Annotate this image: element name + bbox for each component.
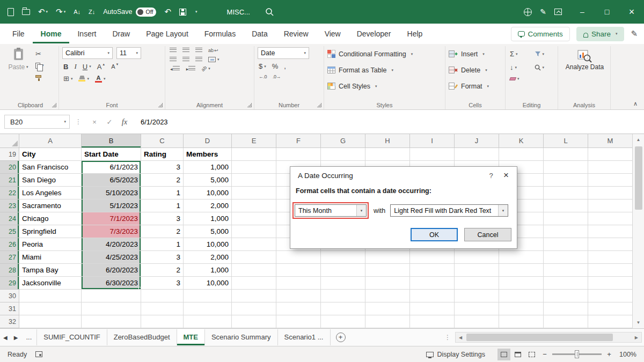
cell-C20[interactable]: 3 bbox=[141, 161, 184, 174]
select-all-corner[interactable] bbox=[0, 134, 19, 148]
cell-C21[interactable]: 2 bbox=[141, 174, 184, 187]
row-header-22[interactable]: 22 bbox=[0, 187, 19, 200]
cell-H30[interactable] bbox=[365, 290, 410, 302]
align-middle-button[interactable] bbox=[181, 47, 191, 54]
cell-B32[interactable] bbox=[82, 315, 141, 328]
cell-E23[interactable] bbox=[232, 200, 276, 212]
tab-page-layout[interactable]: Page Layout bbox=[138, 25, 196, 43]
cell-B28[interactable]: 6/20/2023 bbox=[82, 264, 141, 277]
clear-button[interactable]: ▾ bbox=[509, 76, 531, 82]
cancel-button[interactable]: Cancel bbox=[464, 228, 511, 241]
tab-home[interactable]: Home bbox=[33, 25, 70, 43]
globe-icon[interactable] bbox=[524, 8, 532, 16]
cell-E30[interactable] bbox=[232, 290, 276, 302]
cell-I19[interactable] bbox=[410, 148, 455, 161]
cell-J32[interactable] bbox=[455, 315, 499, 328]
vertical-scrollbar[interactable]: ▲ ▼ bbox=[632, 134, 644, 328]
cell-M24[interactable] bbox=[588, 212, 633, 225]
vertical-scroll-thumb[interactable] bbox=[635, 146, 642, 210]
cell-K29[interactable] bbox=[499, 277, 544, 290]
sheet-nav-left-icon[interactable]: ◀ bbox=[0, 335, 11, 341]
cut-button[interactable]: ✂ bbox=[35, 49, 44, 58]
row-header-31[interactable]: 31 bbox=[0, 302, 19, 315]
format-cells-button[interactable]: Format▾ bbox=[449, 79, 503, 93]
cell-F31[interactable] bbox=[276, 302, 321, 315]
horizontal-scroll-thumb[interactable] bbox=[466, 334, 613, 341]
autosave-toggle[interactable]: AutoSave Off bbox=[103, 8, 156, 17]
tab-split-handle[interactable]: ⋮ bbox=[444, 334, 451, 341]
namebox-resize-handle[interactable]: ⋮ bbox=[75, 118, 82, 125]
cell-H27[interactable] bbox=[365, 251, 410, 264]
column-header-B[interactable]: B bbox=[82, 134, 141, 148]
cell-M26[interactable] bbox=[588, 238, 633, 251]
formula-bar-input[interactable]: 6/1/2023 bbox=[141, 118, 168, 126]
column-header-C[interactable]: C bbox=[141, 134, 184, 148]
alignment-dialog-launcher-icon[interactable] bbox=[247, 103, 252, 107]
cell-L20[interactable] bbox=[544, 161, 588, 174]
cell-J19[interactable] bbox=[455, 148, 499, 161]
row-header-27[interactable]: 27 bbox=[0, 251, 19, 264]
zoom-slider[interactable] bbox=[552, 353, 602, 355]
cell-B25[interactable]: 7/3/2023 bbox=[82, 225, 141, 238]
column-header-G[interactable]: G bbox=[321, 134, 365, 148]
tab-insert[interactable]: Insert bbox=[69, 25, 104, 43]
row-header-25[interactable]: 25 bbox=[0, 225, 19, 238]
cell-C27[interactable]: 3 bbox=[141, 251, 184, 264]
cell-A20[interactable]: San Francisco bbox=[19, 161, 82, 174]
tab-file[interactable]: File bbox=[4, 25, 33, 43]
tab-formulas[interactable]: Formulas bbox=[196, 25, 244, 43]
cell-I27[interactable] bbox=[410, 251, 455, 264]
insert-function-button[interactable]: fx bbox=[117, 117, 132, 127]
cell-B29[interactable]: 6/30/2023 bbox=[82, 277, 141, 290]
cell-L27[interactable] bbox=[544, 251, 588, 264]
cell-M29[interactable] bbox=[588, 277, 633, 290]
column-header-D[interactable]: D bbox=[184, 134, 232, 148]
cell-K19[interactable] bbox=[499, 148, 544, 161]
cell-L24[interactable] bbox=[544, 212, 588, 225]
open-icon[interactable] bbox=[22, 9, 30, 15]
align-bottom-button[interactable] bbox=[194, 47, 203, 54]
share-button[interactable]: Share▾ bbox=[576, 27, 625, 41]
scroll-up-icon[interactable]: ▲ bbox=[636, 134, 641, 145]
tab-draw[interactable]: Draw bbox=[104, 25, 138, 43]
cell-D20[interactable]: 1,000 bbox=[184, 161, 232, 174]
cell-D25[interactable]: 5,000 bbox=[184, 225, 232, 238]
enter-entry-button[interactable]: ✓ bbox=[102, 118, 117, 126]
collapse-ribbon-icon[interactable]: ∧ bbox=[633, 100, 638, 107]
cell-K31[interactable] bbox=[499, 302, 544, 315]
cell-A28[interactable]: Tampa Bay bbox=[19, 264, 82, 277]
cell-B19[interactable]: Start Date bbox=[82, 148, 141, 161]
increase-decimal-button[interactable]: ←.0 bbox=[258, 73, 268, 80]
cell-J30[interactable] bbox=[455, 290, 499, 302]
cell-A23[interactable]: Sacramento bbox=[19, 200, 82, 212]
cell-F30[interactable] bbox=[276, 290, 321, 302]
cell-M25[interactable] bbox=[588, 225, 633, 238]
wrap-text-button[interactable]: ab↩ bbox=[207, 47, 219, 54]
cell-B26[interactable]: 4/20/2023 bbox=[82, 238, 141, 251]
cell-B20[interactable]: 6/1/2023 bbox=[82, 161, 141, 174]
cell-D31[interactable] bbox=[184, 302, 232, 315]
cell-C26[interactable]: 1 bbox=[141, 238, 184, 251]
increase-font-button[interactable]: A▲ bbox=[96, 62, 107, 71]
cell-F27[interactable] bbox=[276, 251, 321, 264]
cell-M27[interactable] bbox=[588, 251, 633, 264]
borders-button[interactable]: ⊞▾ bbox=[62, 74, 74, 83]
cell-M30[interactable] bbox=[588, 290, 633, 302]
format-painter-button[interactable] bbox=[35, 73, 44, 82]
cell-styles-button[interactable]: Cell Styles▾ bbox=[327, 79, 443, 93]
cell-H32[interactable] bbox=[365, 315, 410, 328]
draw-pen-icon[interactable]: ✎ bbox=[540, 8, 546, 16]
cell-M22[interactable] bbox=[588, 187, 633, 200]
cell-L29[interactable] bbox=[544, 277, 588, 290]
conditional-formatting-button[interactable]: Conditional Formatting▾ bbox=[327, 47, 443, 61]
row-header-23[interactable]: 23 bbox=[0, 200, 19, 212]
cell-H31[interactable] bbox=[365, 302, 410, 315]
align-top-button[interactable] bbox=[169, 47, 178, 54]
row-header-21[interactable]: 21 bbox=[0, 174, 19, 187]
fill-button[interactable]: ↓▾ bbox=[509, 63, 531, 72]
cell-D27[interactable]: 2,000 bbox=[184, 251, 232, 264]
number-format-select[interactable]: Date▾ bbox=[258, 47, 309, 59]
cell-E22[interactable] bbox=[232, 187, 276, 200]
find-select-button[interactable]: ▾ bbox=[533, 63, 556, 72]
sheet-nav-right-icon[interactable]: ▶ bbox=[11, 335, 21, 341]
